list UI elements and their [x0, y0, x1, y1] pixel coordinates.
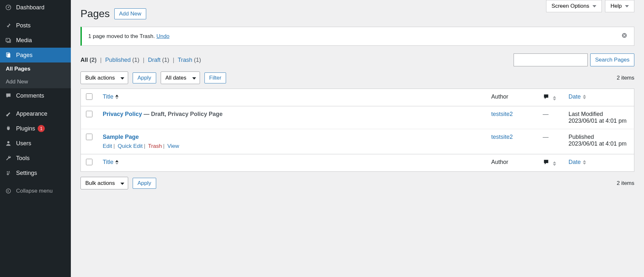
svg-point-9 [6, 189, 11, 193]
admin-sidebar: Dashboard Posts Media Pages All Pages Ad… [0, 0, 71, 277]
apply-bulk-button[interactable]: Apply [133, 72, 156, 83]
sidebar-item-users[interactable]: Users [0, 136, 71, 151]
submenu-all-pages[interactable]: All Pages [0, 62, 71, 75]
dismiss-notice-button[interactable] [621, 32, 628, 40]
row-state: — Draft, Privacy Policy Page [142, 111, 223, 117]
svg-point-8 [7, 174, 8, 175]
sidebar-item-label: Appearance [16, 110, 47, 117]
user-icon [5, 139, 12, 147]
row-author-link[interactable]: testsite2 [491, 134, 513, 140]
svg-rect-2 [6, 38, 10, 42]
sidebar-item-label: Tools [16, 155, 30, 162]
sidebar-item-label: Pages [16, 52, 33, 59]
sidebar-item-label: Plugins [16, 125, 35, 132]
close-icon [621, 32, 628, 39]
sort-icon [115, 95, 118, 99]
row-title-link[interactable]: Privacy Policy [103, 111, 142, 117]
filter-button[interactable]: Filter [204, 72, 226, 83]
col-title-sort-bottom[interactable]: Title [103, 159, 118, 165]
plugin-icon [5, 125, 12, 132]
select-all-checkbox-bottom[interactable] [86, 159, 92, 165]
chevron-down-icon [625, 5, 629, 7]
filter-trash[interactable]: Trash [178, 57, 192, 63]
sidebar-item-pages[interactable]: Pages [0, 48, 71, 62]
row-checkbox[interactable] [86, 134, 92, 140]
main-content: Screen Options Help Pages Add New 1 page… [71, 0, 644, 277]
row-action-edit[interactable]: Edit [103, 143, 112, 149]
svg-point-6 [7, 141, 10, 143]
filter-draft[interactable]: Draft [148, 57, 161, 63]
sidebar-item-plugins[interactable]: Plugins 1 [0, 121, 71, 136]
row-date: Published2023/06/01 at 4:01 pm [564, 129, 634, 154]
sidebar-item-comments[interactable]: Comments [0, 88, 71, 103]
row-author-link[interactable]: testsite2 [491, 111, 513, 117]
dashboard-icon [5, 4, 12, 11]
screen-options-label: Screen Options [552, 3, 589, 9]
sidebar-item-settings[interactable]: Settings [0, 166, 71, 180]
col-title-sort[interactable]: Title [103, 93, 118, 100]
comments-column-icon[interactable] [543, 160, 549, 167]
undo-link[interactable]: Undo [156, 33, 170, 39]
chevron-down-icon [592, 5, 596, 7]
filter-published[interactable]: Published [105, 57, 131, 63]
collapse-label: Collapse menu [16, 188, 52, 194]
collapse-menu[interactable]: Collapse menu [0, 184, 71, 198]
table-row: Sample Page Edit| Quick Edit| Trash| Vie… [81, 129, 634, 154]
wrench-icon [5, 154, 12, 162]
sidebar-item-tools[interactable]: Tools [0, 151, 71, 166]
pin-icon [5, 22, 12, 29]
col-date-sort-bottom[interactable]: Date [569, 159, 586, 165]
sidebar-item-media[interactable]: Media [0, 33, 71, 48]
apply-bulk-button-bottom[interactable]: Apply [133, 178, 156, 189]
items-count: 2 items [617, 75, 634, 81]
add-new-button[interactable]: Add New [114, 8, 146, 19]
bulk-actions-select[interactable]: Bulk actions [80, 72, 128, 84]
submenu-add-new[interactable]: Add New [0, 75, 71, 88]
search-pages-button[interactable]: Search Pages [590, 53, 634, 66]
sidebar-item-dashboard[interactable]: Dashboard [0, 0, 71, 15]
date-filter-select[interactable]: All dates [161, 72, 200, 84]
sidebar-item-label: Settings [16, 170, 37, 177]
sidebar-item-posts[interactable]: Posts [0, 18, 71, 33]
settings-icon [5, 169, 12, 177]
media-icon [5, 36, 12, 44]
sidebar-item-label: Users [16, 140, 31, 147]
row-action-trash[interactable]: Trash [148, 143, 162, 149]
svg-point-3 [7, 39, 8, 40]
sidebar-item-appearance[interactable]: Appearance [0, 106, 71, 121]
sort-icon [553, 96, 556, 100]
pages-icon [5, 51, 12, 59]
select-all-checkbox[interactable] [86, 93, 92, 100]
row-action-quick-edit[interactable]: Quick Edit [118, 143, 142, 149]
help-label: Help [611, 3, 622, 9]
sidebar-item-label: Dashboard [16, 4, 44, 11]
collapse-icon [5, 187, 12, 195]
sort-icon [115, 160, 118, 165]
pages-table: Title Author Date Privacy Policy — Draft… [80, 89, 634, 172]
sort-icon [553, 161, 556, 166]
row-checkbox[interactable] [86, 111, 92, 117]
sidebar-item-label: Media [16, 37, 32, 44]
sort-icon [583, 95, 586, 99]
screen-options-button[interactable]: Screen Options [546, 0, 602, 12]
search-input[interactable] [514, 53, 588, 66]
row-date: Last Modified2023/06/01 at 4:01 pm [564, 106, 634, 129]
col-date-sort[interactable]: Date [569, 93, 586, 100]
help-button[interactable]: Help [605, 0, 634, 12]
status-filters: All (2) | Published (1) | Draft (1) | Tr… [80, 57, 201, 63]
row-title-link[interactable]: Sample Page [103, 134, 139, 140]
comments-column-icon[interactable] [543, 95, 549, 101]
brush-icon [5, 110, 12, 118]
top-bar: Screen Options Help [546, 0, 634, 12]
plugin-update-badge: 1 [38, 125, 45, 132]
bulk-actions-select-bottom[interactable]: Bulk actions [80, 177, 128, 189]
sidebar-submenu-pages: All Pages Add New [0, 62, 71, 88]
col-author-bottom: Author [486, 154, 538, 172]
table-row: Privacy Policy — Draft, Privacy Policy P… [81, 106, 634, 129]
row-action-view[interactable]: View [167, 143, 179, 149]
filter-all[interactable]: All (2) [80, 57, 97, 63]
comment-icon [5, 92, 12, 100]
page-title: Pages [80, 8, 110, 20]
row-comments: — [543, 134, 549, 140]
notice-message: 1 page moved to the Trash. [88, 33, 156, 39]
